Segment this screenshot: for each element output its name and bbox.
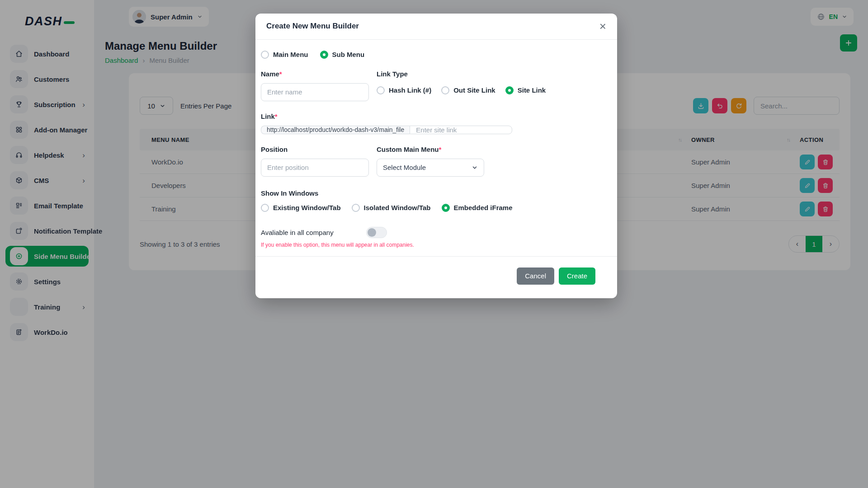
name-label: Name* [261, 70, 369, 78]
position-input[interactable] [261, 159, 369, 177]
radio-circle-checked [505, 86, 514, 94]
cancel-button[interactable]: Cancel [517, 267, 554, 285]
radio-label: Existing Window/Tab [273, 204, 341, 211]
radio-label: Out Site Link [453, 86, 495, 94]
link-field-inner: Link* http://localhost/product/workdo-da… [261, 113, 484, 134]
link-input-group: http://localhost/product/workdo-dash-v3/… [261, 126, 484, 134]
available-all-company-row: Avaliable in all company [261, 227, 606, 238]
create-menu-builder-modal: Create New Menu Builder × Main Menu Sub … [255, 14, 617, 298]
module-select[interactable]: Select Module [377, 159, 484, 177]
custom-main-menu-label: Custom Main Menu* [377, 145, 484, 153]
chevron-down-icon [472, 164, 478, 171]
name-input[interactable] [261, 83, 369, 101]
required-asterisk: * [439, 145, 442, 153]
select-value: Select Module [383, 164, 426, 171]
modal-header: Create New Menu Builder × [255, 14, 617, 40]
radio-sub-menu[interactable]: Sub Menu [320, 51, 365, 59]
close-icon[interactable]: × [599, 22, 606, 31]
radio-label: Embedded iFrame [454, 204, 513, 211]
link-field-group: Link* http://localhost/product/workdo-da… [261, 113, 606, 134]
create-button[interactable]: Create [559, 267, 595, 285]
toggle-knob [368, 228, 376, 237]
link-label: Link* [261, 113, 484, 120]
required-asterisk: * [275, 113, 278, 120]
radio-label: Sub Menu [332, 51, 365, 58]
menu-type-radio-group: Main Menu Sub Menu [261, 51, 606, 59]
radio-isolated-window[interactable]: Isolated Window/Tab [352, 204, 431, 212]
radio-circle [352, 204, 360, 212]
radio-circle [441, 86, 449, 94]
position-label: Position [261, 145, 369, 153]
modal-footer: Cancel Create [255, 256, 617, 298]
radio-embedded-iframe[interactable]: Embedded iFrame [442, 204, 513, 212]
link-type-label: Link Type [377, 70, 546, 78]
link-type-radio-group: Hash Link (#) Out Site Link Site Link [377, 86, 546, 94]
radio-label: Site Link [518, 86, 546, 94]
radio-circle [377, 86, 385, 94]
name-linktype-row: Name* Link Type Hash Link (#) Out Site L… [261, 70, 606, 101]
radio-hash-link[interactable]: Hash Link (#) [377, 86, 431, 94]
radio-label: Main Menu [273, 51, 308, 58]
modal-title: Create New Menu Builder [266, 22, 359, 31]
show-in-windows-label: Show In Windows [261, 189, 606, 197]
radio-circle [261, 51, 269, 59]
available-all-company-label: Avaliable in all company [261, 229, 334, 236]
radio-existing-window[interactable]: Existing Window/Tab [261, 204, 341, 212]
show-in-windows-radio-group: Existing Window/Tab Isolated Window/Tab … [261, 204, 606, 212]
required-asterisk: * [279, 70, 282, 78]
radio-main-menu[interactable]: Main Menu [261, 51, 308, 59]
company-helper-text: If you enable this option, this menu wil… [261, 242, 606, 248]
radio-label: Isolated Window/Tab [364, 204, 431, 211]
position-custommenu-row: Position Custom Main Menu* Select Module [261, 145, 606, 177]
available-all-company-toggle[interactable] [366, 227, 387, 238]
radio-site-link[interactable]: Site Link [505, 86, 546, 94]
link-url-prefix: http://localhost/product/workdo-dash-v3/… [261, 126, 410, 134]
show-in-windows-group: Show In Windows Existing Window/Tab Isol… [261, 189, 606, 212]
name-field-group: Name* [261, 70, 369, 101]
radio-circle [261, 204, 269, 212]
site-link-input[interactable] [410, 126, 512, 134]
custom-main-menu-group: Custom Main Menu* Select Module [377, 145, 484, 177]
link-type-group: Link Type Hash Link (#) Out Site Link Si… [377, 70, 546, 101]
radio-out-site-link[interactable]: Out Site Link [441, 86, 495, 94]
radio-circle-checked [442, 204, 450, 212]
position-field-group: Position [261, 145, 369, 177]
modal-body: Main Menu Sub Menu Name* Link Type Hash … [255, 40, 617, 248]
radio-label: Hash Link (#) [389, 86, 431, 94]
radio-circle-checked [320, 51, 328, 59]
